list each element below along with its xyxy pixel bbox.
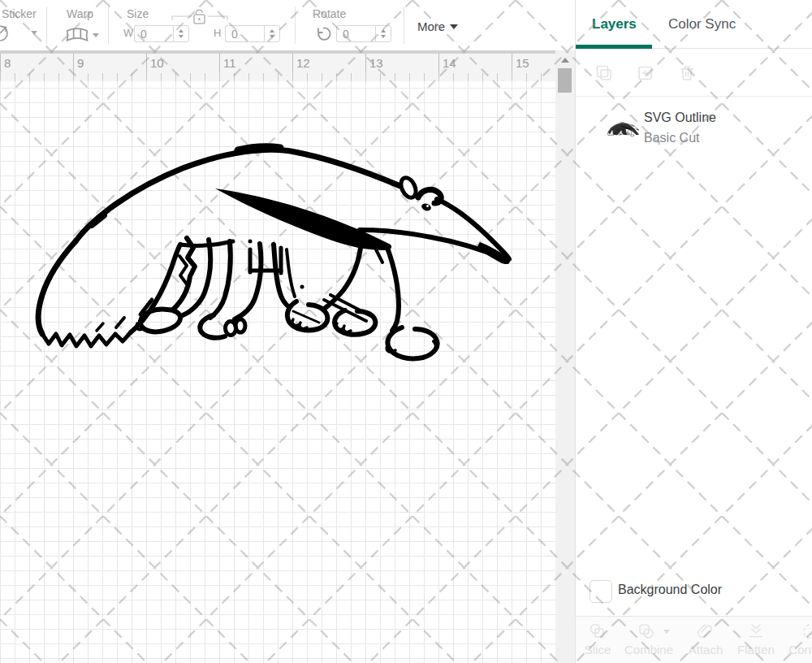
background-color-row[interactable]: Background Color (576, 572, 812, 616)
width-stepper[interactable] (173, 25, 189, 42)
ruler-tick-label: 15 (516, 56, 529, 70)
tool-label: Flatten (734, 643, 778, 656)
slice-icon (588, 622, 607, 641)
layers-panel: Layers Color Sync (575, 0, 812, 663)
height-input[interactable] (225, 25, 264, 42)
toolbar-divider (295, 6, 296, 44)
more-button[interactable]: More (417, 20, 458, 33)
ruler-tick-label: 9 (77, 56, 84, 70)
anteater-artwork[interactable] (20, 126, 540, 370)
height-stepper[interactable] (264, 25, 280, 42)
tab-color-sync[interactable]: Color Sync (668, 16, 736, 32)
warp-caret-icon[interactable] (93, 33, 99, 37)
scrollbar-thumb[interactable] (558, 68, 572, 93)
warp-group-label: Warp (67, 7, 93, 20)
top-toolbar: Sticker Warp Size W (0, 0, 575, 50)
height-field (225, 25, 280, 42)
background-color-swatch[interactable] (590, 580, 612, 603)
sticker-caret-icon[interactable] (31, 31, 37, 35)
height-field-label: H (214, 27, 221, 39)
stepper-up-icon[interactable] (270, 29, 274, 32)
attach-icon (696, 622, 715, 641)
rotate-field (336, 25, 391, 42)
stepper-down-icon[interactable] (381, 35, 386, 38)
rotate-stepper[interactable] (375, 25, 391, 42)
tool-label: Slice (579, 643, 616, 656)
ruler-tick-label: 10 (150, 56, 164, 70)
ruler-tick-label: 13 (369, 56, 383, 70)
ruler-tick-label: 11 (223, 56, 236, 70)
layer-row[interactable]: SVG Outline Basic Cut (576, 106, 812, 158)
select-all-icon[interactable] (594, 63, 614, 83)
ruler-tick-label: 8 (4, 56, 11, 70)
app-window: Sticker Warp Size W (0, 0, 812, 663)
layer-thumbnail (607, 119, 641, 139)
width-field-label: W (123, 27, 133, 39)
panel-divider (576, 96, 812, 97)
stepper-up-icon[interactable] (179, 29, 184, 32)
flatten-icon (746, 622, 766, 641)
rotate-icon[interactable] (313, 24, 332, 44)
stepper-up-icon[interactable] (381, 29, 386, 32)
background-color-label: Background Color (618, 583, 722, 597)
vertical-scrollbar[interactable] (555, 50, 575, 663)
layer-tools-bar: Slice Combine Attach (576, 616, 812, 663)
sticker-group-label: Sticker (2, 7, 37, 20)
stepper-down-icon[interactable] (179, 35, 184, 38)
attach-tool[interactable]: Attach (684, 617, 728, 663)
rotate-group-label: Rotate (313, 7, 346, 20)
rotate-input[interactable] (336, 25, 375, 42)
delete-layer-icon[interactable] (677, 63, 697, 83)
active-tab-underline (576, 45, 652, 49)
toolbar-divider (404, 6, 404, 44)
ruler-tick-label: 12 (296, 56, 310, 70)
combine-caret-icon (663, 630, 670, 634)
toolbar-divider (46, 6, 47, 44)
design-canvas[interactable] (0, 81, 555, 663)
combine-tool[interactable]: Combine (624, 617, 668, 663)
size-group-label: Size (127, 7, 149, 20)
more-caret-icon (450, 24, 458, 29)
tool-label: Attach (684, 643, 728, 656)
layer-cut-type: Basic Cut (644, 131, 699, 145)
warp-icon[interactable] (65, 27, 89, 44)
width-input[interactable] (134, 25, 173, 42)
horizontal-ruler: 8 9 10 11 12 13 14 15 (0, 50, 555, 81)
add-layer-icon[interactable] (636, 63, 655, 83)
layer-name: SVG Outline (644, 110, 716, 125)
scrollbar-up-icon[interactable] (561, 58, 569, 63)
width-field (134, 25, 189, 42)
lock-unlocked-icon[interactable] (171, 6, 229, 28)
contour-tool[interactable]: Contour (784, 617, 812, 663)
combine-icon (637, 622, 656, 641)
slice-tool[interactable]: Slice (579, 617, 616, 663)
stepper-down-icon[interactable] (270, 35, 274, 38)
sticker-icon[interactable] (0, 23, 16, 44)
more-label: More (417, 20, 445, 33)
contour-icon (801, 622, 812, 641)
flatten-tool[interactable]: Flatten (734, 617, 778, 663)
tool-label: Contour (784, 643, 812, 656)
tab-layers[interactable]: Layers (592, 16, 637, 32)
tool-label: Combine (624, 643, 668, 656)
toolbar-divider (108, 6, 109, 44)
ruler-tick-label: 14 (443, 56, 456, 70)
